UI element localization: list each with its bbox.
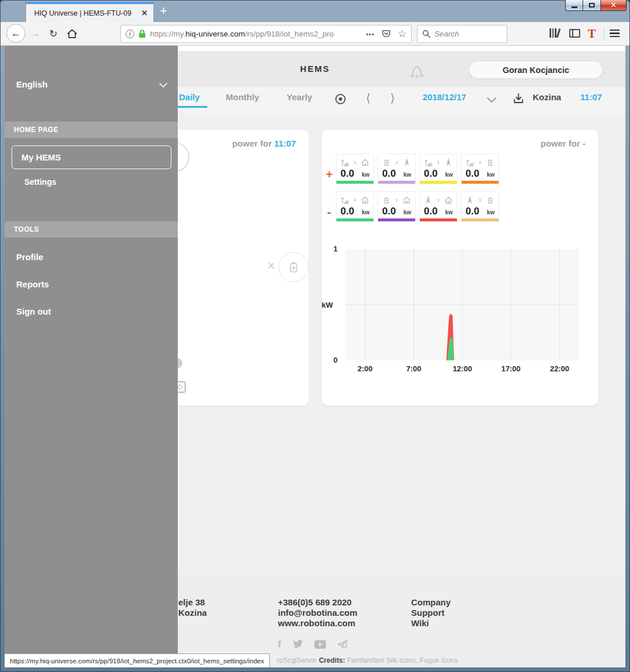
facebook-icon[interactable]: f — [278, 638, 281, 650]
page-content: HEMS Goran Kocjancic Daily Monthly Yearl… — [5, 46, 625, 667]
new-tab-button[interactable]: + — [160, 3, 167, 19]
tab-close-icon[interactable]: ✕ — [137, 9, 148, 17]
house-icon — [402, 196, 411, 204]
daily-power-chart: 1 kW 0 2:007:0012:0017:0022:00 — [327, 243, 588, 382]
tile-color-bar — [420, 218, 457, 221]
page-actions-icon[interactable]: ••• — [366, 31, 375, 38]
footer-links: Company Support Wiki — [411, 597, 450, 629]
next-day-button[interactable]: ⟩ — [390, 91, 395, 105]
forward-button[interactable]: → — [31, 28, 41, 39]
flow-arrow-icon: › — [479, 158, 481, 166]
tile-color-bar — [378, 218, 415, 221]
chart-plot-area: 2:007:0012:0017:0022:00 — [327, 243, 588, 382]
house-icon — [361, 196, 369, 204]
home-button[interactable] — [67, 28, 78, 39]
tab-title: HIQ Universe | HEMS-FTU-09 — [34, 9, 137, 17]
y-axis-max-label: 1 — [323, 244, 338, 253]
bell-icon[interactable] — [409, 63, 425, 79]
sidebar-section-tools: TOOLS — [5, 221, 178, 238]
flow-arrow-icon: › — [437, 196, 439, 204]
support-link[interactable]: Support — [411, 608, 450, 618]
flow-arrow-icon: › — [354, 158, 356, 166]
extension-t-icon[interactable]: T — [588, 27, 596, 41]
close-button[interactable]: ✕ — [601, 0, 627, 11]
chevron-down-icon[interactable] — [486, 97, 497, 103]
tile-unit: kw — [362, 209, 369, 216]
close-icon: ✕ — [610, 1, 616, 9]
windsolar-icon — [340, 196, 349, 204]
sidebar-item-profile[interactable]: Profile — [16, 252, 43, 262]
tab-daily[interactable]: Daily — [179, 92, 200, 102]
site-info-icon[interactable]: i — [126, 30, 134, 38]
active-tab-underline — [173, 106, 207, 108]
language-chevron-icon[interactable] — [159, 82, 168, 88]
tile-unit: kw — [445, 171, 453, 178]
svg-text:2:00: 2:00 — [358, 364, 373, 373]
record-icon[interactable] — [335, 94, 346, 104]
minimize-icon — [572, 6, 577, 8]
sidebar-item-settings[interactable]: Settings — [24, 177, 56, 187]
grid-icon — [402, 158, 411, 167]
flow-arrow-icon: › — [479, 196, 481, 204]
tab-yearly[interactable]: Yearly — [287, 92, 312, 102]
tile-value: 0.0 — [382, 206, 396, 217]
tile-value: 0.0 — [424, 168, 438, 180]
flow-arrow-icon: › — [395, 158, 398, 166]
date-picker[interactable]: 2018/12/17 — [423, 92, 466, 102]
tile-unit: kw — [487, 171, 495, 178]
bookmark-star-icon[interactable]: ☆ — [398, 28, 406, 40]
footer-credits: roScgiServer Credits: Famfamfam Silk Ico… — [277, 656, 458, 664]
email-link[interactable]: info@robotina.com — [278, 608, 357, 618]
tile-value: 0.0 — [466, 168, 479, 180]
sidebar-item-my-hems[interactable]: My HEMS — [12, 145, 171, 169]
battery-plus-icon — [287, 260, 301, 274]
user-menu-button[interactable]: Goran Kocjancic — [469, 61, 603, 79]
tile-value: 0.0 — [466, 206, 479, 217]
menu-icon[interactable] — [610, 30, 620, 39]
search-input[interactable] — [434, 30, 498, 38]
flow-arrow-icon: › — [395, 196, 398, 204]
phone-number: +386(0)5 689 2020 — [278, 597, 357, 608]
tab-monthly[interactable]: Monthly — [226, 92, 259, 102]
sidebar-item-sign-out[interactable]: Sign out — [16, 306, 51, 316]
minimize-button[interactable] — [565, 0, 583, 11]
url-bar[interactable]: i https://my.hiq-universe.com/rs/pp/918/… — [120, 25, 412, 43]
tile-value: 0.0 — [340, 206, 354, 217]
status-link-tooltip: https://my.hiq-universe.com/rs/pp/918/io… — [5, 653, 270, 667]
grid-icon — [444, 158, 453, 167]
sidebar-item-reports[interactable]: Reports — [16, 279, 49, 289]
library-icon[interactable] — [550, 28, 559, 38]
address-line: elje 38 — [178, 597, 207, 608]
battery-icon — [382, 196, 391, 204]
right-card-title: power for - — [540, 138, 585, 148]
tile-color-bar — [336, 218, 373, 221]
battery-icon — [382, 158, 391, 167]
sidebar-section-home: HOME PAGE — [5, 122, 178, 138]
svg-text:7:00: 7:00 — [406, 364, 422, 373]
search-bar[interactable] — [417, 25, 507, 43]
back-button[interactable]: ← — [6, 24, 25, 43]
download-icon[interactable] — [513, 93, 524, 104]
windsolar-icon — [424, 158, 433, 167]
tile-unit: kw — [445, 209, 453, 216]
site-name[interactable]: Kozina — [533, 92, 561, 102]
language-selector[interactable]: English — [16, 79, 47, 89]
tile-unit: kw — [362, 171, 369, 178]
tile-color-bar — [420, 181, 457, 184]
svg-text:22:00: 22:00 — [550, 364, 569, 373]
twitter-icon[interactable] — [292, 640, 303, 649]
reload-button[interactable]: ↻ — [49, 28, 57, 40]
telegram-icon[interactable] — [337, 640, 348, 649]
company-link[interactable]: Company — [411, 597, 450, 608]
sidebar-toggle-icon[interactable] — [569, 29, 580, 38]
website-link[interactable]: www.robotina.com — [278, 618, 357, 629]
wiki-link[interactable]: Wiki — [411, 618, 450, 629]
maximize-button[interactable] — [583, 0, 601, 11]
battery-node-button[interactable] — [279, 252, 309, 282]
prev-day-button[interactable]: ⟨ — [366, 91, 371, 105]
youtube-icon[interactable] — [314, 640, 326, 649]
browser-tab[interactable]: HIQ Universe | HEMS-FTU-09 ✕ — [25, 2, 154, 22]
window-controls: ✕ — [565, 0, 627, 11]
pocket-icon[interactable] — [382, 30, 391, 38]
y-axis-unit-label: kW — [318, 301, 333, 309]
